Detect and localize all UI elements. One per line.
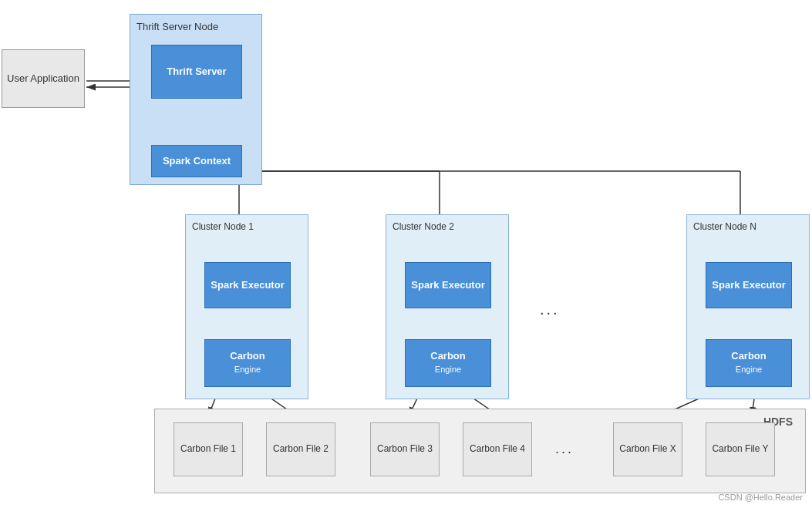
user-application-box: User Application bbox=[2, 49, 85, 108]
carbon-file-2-label: Carbon File 2 bbox=[273, 443, 329, 456]
carbon-file-3-label: Carbon File 3 bbox=[377, 443, 433, 456]
spark-executor-n-label: Spark Executor bbox=[712, 279, 785, 292]
carbon-engine-1-label: CarbonEngine bbox=[230, 350, 265, 376]
carbon-file-4-box: Carbon File 4 bbox=[463, 422, 532, 476]
csdn-label: CSDN @Hello.Reader bbox=[718, 493, 803, 502]
user-application-label: User Application bbox=[7, 72, 79, 86]
hdfs-dots: ... bbox=[555, 441, 574, 457]
spark-executor-2-label: Spark Executor bbox=[411, 279, 484, 292]
spark-context-box: Spark Context bbox=[151, 145, 242, 177]
thrift-server-box: Thrift Server bbox=[151, 45, 242, 99]
spark-executor-1-label: Spark Executor bbox=[211, 279, 284, 292]
diagram-container: User Application Thrift Server Node Thri… bbox=[0, 0, 812, 508]
thrift-server-label: Thrift Server bbox=[167, 66, 226, 79]
carbon-file-x-box: Carbon File X bbox=[613, 422, 682, 476]
carbon-file-2-box: Carbon File 2 bbox=[266, 422, 335, 476]
carbon-file-4-label: Carbon File 4 bbox=[470, 443, 525, 456]
spark-executor-n-box: Spark Executor bbox=[706, 262, 792, 308]
spark-executor-2-box: Spark Executor bbox=[405, 262, 491, 308]
carbon-engine-n-label: CarbonEngine bbox=[731, 350, 767, 376]
carbon-engine-n-box: CarbonEngine bbox=[706, 339, 792, 387]
carbon-file-1-label: Carbon File 1 bbox=[180, 443, 236, 456]
carbon-engine-1-box: CarbonEngine bbox=[204, 339, 291, 387]
carbon-engine-2-box: CarbonEngine bbox=[405, 339, 491, 387]
cluster-node-1-label: Cluster Node 1 bbox=[192, 221, 254, 234]
carbon-file-y-box: Carbon File Y bbox=[706, 422, 775, 476]
carbon-file-y-label: Carbon File Y bbox=[712, 443, 768, 456]
carbon-engine-2-label: CarbonEngine bbox=[430, 350, 466, 376]
carbon-file-1-box: Carbon File 1 bbox=[174, 422, 243, 476]
cluster-node-2-label: Cluster Node 2 bbox=[393, 221, 454, 234]
carbon-file-3-box: Carbon File 3 bbox=[370, 422, 440, 476]
cluster-node-n-label: Cluster Node N bbox=[693, 221, 756, 234]
carbon-file-x-label: Carbon File X bbox=[619, 443, 676, 456]
spark-context-label: Spark Context bbox=[163, 155, 231, 168]
middle-dots: ... bbox=[540, 301, 560, 318]
thrift-server-node-label: Thrift Server Node bbox=[136, 21, 218, 34]
spark-executor-1-box: Spark Executor bbox=[204, 262, 291, 308]
